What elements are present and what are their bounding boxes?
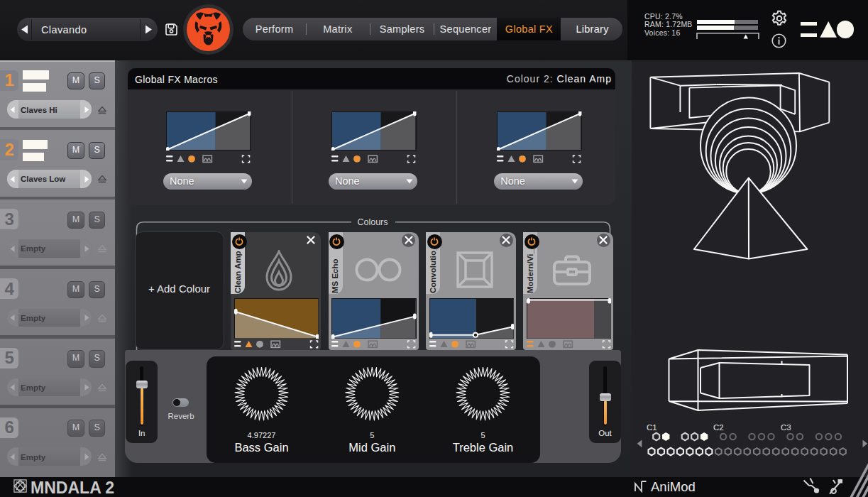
svg-text:C3: C3 [781,423,791,432]
svg-text:C2: C2 [713,423,724,432]
svg-text:C1: C1 [647,423,657,432]
